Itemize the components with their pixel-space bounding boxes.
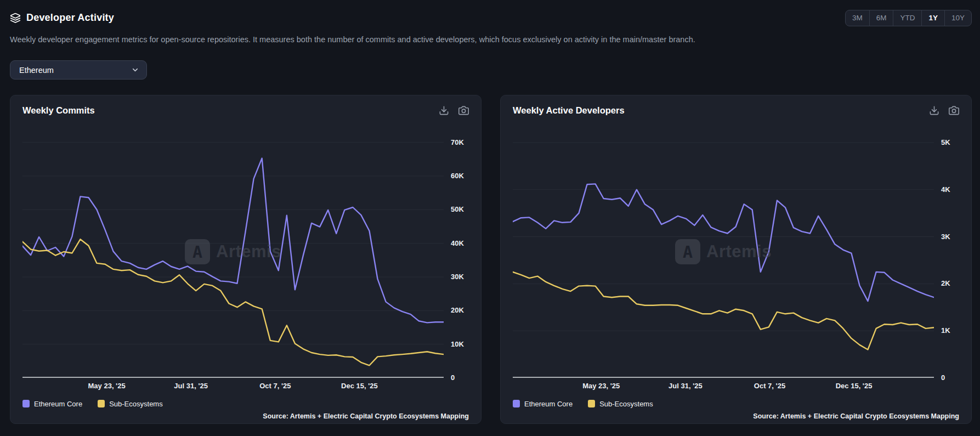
card-header: Weekly Commits bbox=[22, 105, 469, 116]
chart-legend: Ethereum CoreSub-Ecosystems bbox=[22, 398, 469, 410]
legend-label: Ethereum Core bbox=[524, 400, 573, 408]
x-tick-label: Dec 15, '25 bbox=[836, 382, 873, 390]
card-header: Weekly Active Developers bbox=[513, 105, 959, 116]
y-tick-label: 40K bbox=[451, 239, 464, 247]
ecosystem-dropdown-value: Ethereum bbox=[19, 66, 54, 75]
y-tick-label: 10K bbox=[451, 340, 464, 348]
x-tick-label: May 23, '25 bbox=[88, 382, 126, 390]
page-header: Developer Activity 3M6MYTD1Y10Y bbox=[10, 9, 972, 26]
download-icon bbox=[929, 105, 939, 116]
series-line-ethereum-core bbox=[22, 158, 444, 323]
legend-swatch bbox=[513, 400, 520, 407]
legend-item-sub-ecosystems[interactable]: Sub-Ecosystems bbox=[588, 400, 653, 408]
y-tick-label: 5K bbox=[941, 138, 950, 146]
y-tick-label: 3K bbox=[941, 233, 950, 241]
chart-plot[interactable]: A Artemis bbox=[513, 126, 934, 378]
plot-row: A Artemis 70K60K50K40K30K20K10K0 bbox=[22, 126, 469, 378]
legend-swatch bbox=[22, 400, 30, 407]
y-tick-label: 50K bbox=[451, 205, 464, 213]
y-tick-label: 2K bbox=[941, 279, 950, 287]
page-title-wrap: Developer Activity bbox=[10, 12, 114, 24]
line-chart bbox=[513, 126, 934, 378]
plot-row: A Artemis 5K4K3K2K1K0 bbox=[513, 126, 959, 378]
range-button-1y[interactable]: 1Y bbox=[921, 10, 944, 26]
chevron-down-icon bbox=[131, 66, 139, 74]
y-tick-label: 4K bbox=[941, 185, 950, 194]
download-button[interactable] bbox=[439, 105, 449, 116]
x-tick-label: Jul 31, '25 bbox=[174, 382, 208, 390]
y-tick-label: 0 bbox=[451, 373, 455, 382]
y-tick-label: 70K bbox=[451, 138, 464, 146]
x-axis-labels: May 23, '25Jul 31, '25Oct 7, '25Dec 15, … bbox=[513, 382, 934, 393]
legend-label: Ethereum Core bbox=[34, 400, 82, 408]
y-axis-labels: 5K4K3K2K1K0 bbox=[934, 126, 959, 378]
range-button-6m[interactable]: 6M bbox=[869, 10, 893, 26]
legend-item-ethereum-core[interactable]: Ethereum Core bbox=[22, 400, 82, 408]
time-range-selector: 3M6MYTD1Y10Y bbox=[845, 10, 972, 26]
y-tick-label: 20K bbox=[451, 306, 464, 314]
line-chart bbox=[22, 126, 444, 378]
legend-label: Sub-Ecosystems bbox=[599, 400, 653, 408]
legend-label: Sub-Ecosystems bbox=[109, 400, 163, 408]
page-title: Developer Activity bbox=[26, 12, 114, 24]
weekly-commits-card: Weekly Commits bbox=[10, 95, 481, 424]
range-button-3m[interactable]: 3M bbox=[846, 10, 869, 26]
chart-title: Weekly Commits bbox=[22, 105, 95, 116]
x-tick-label: Dec 15, '25 bbox=[341, 382, 378, 390]
camera-button[interactable] bbox=[458, 105, 469, 116]
legend-item-ethereum-core[interactable]: Ethereum Core bbox=[513, 400, 573, 408]
x-axis-labels: May 23, '25Jul 31, '25Oct 7, '25Dec 15, … bbox=[22, 382, 444, 393]
legend-swatch bbox=[588, 400, 595, 407]
weekly-active-developers-card: Weekly Active Developers bbox=[500, 95, 972, 424]
y-tick-label: 0 bbox=[941, 373, 945, 382]
x-tick-label: May 23, '25 bbox=[582, 382, 620, 390]
camera-icon bbox=[458, 105, 469, 116]
source-attribution: Source: Artemis + Electric Capital Crypt… bbox=[22, 412, 469, 420]
card-actions bbox=[929, 105, 959, 116]
x-tick-label: Jul 31, '25 bbox=[669, 382, 703, 390]
series-line-sub-ecosystems bbox=[22, 239, 444, 365]
layers-icon bbox=[10, 13, 21, 24]
chart-plot[interactable]: A Artemis bbox=[22, 126, 444, 378]
x-tick-label: Oct 7, '25 bbox=[754, 382, 785, 390]
y-tick-label: 60K bbox=[451, 172, 464, 180]
page-description: Weekly developer engagement metrics for … bbox=[10, 34, 753, 46]
source-attribution: Source: Artemis + Electric Capital Crypt… bbox=[513, 412, 959, 420]
range-button-10y[interactable]: 10Y bbox=[944, 10, 971, 26]
camera-button[interactable] bbox=[949, 105, 959, 116]
page: Developer Activity 3M6MYTD1Y10Y Weekly d… bbox=[0, 0, 980, 424]
ecosystem-dropdown[interactable]: Ethereum bbox=[10, 60, 147, 80]
chart-title: Weekly Active Developers bbox=[513, 105, 625, 116]
range-button-ytd[interactable]: YTD bbox=[893, 10, 921, 26]
chart-legend: Ethereum CoreSub-Ecosystems bbox=[513, 398, 959, 410]
camera-icon bbox=[949, 105, 959, 116]
y-tick-label: 1K bbox=[941, 326, 950, 335]
download-button[interactable] bbox=[929, 105, 939, 116]
legend-swatch bbox=[98, 400, 105, 407]
x-tick-label: Oct 7, '25 bbox=[259, 382, 291, 390]
legend-item-sub-ecosystems[interactable]: Sub-Ecosystems bbox=[98, 400, 163, 408]
card-actions bbox=[439, 105, 469, 116]
charts-row: Weekly Commits bbox=[10, 95, 972, 424]
y-axis-labels: 70K60K50K40K30K20K10K0 bbox=[444, 126, 469, 378]
y-tick-label: 30K bbox=[451, 273, 464, 281]
download-icon bbox=[439, 105, 449, 116]
